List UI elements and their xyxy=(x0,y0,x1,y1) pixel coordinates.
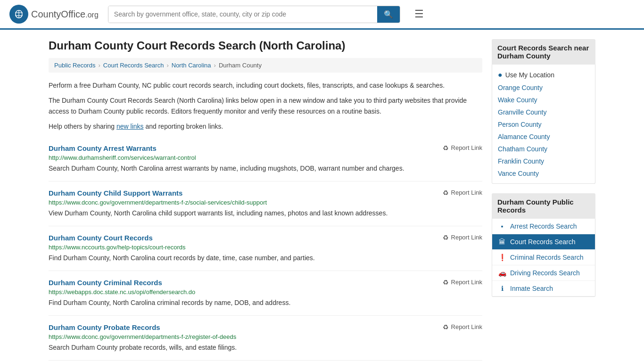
report-label: Report Link xyxy=(451,189,482,196)
public-records-section: Durham County Public Records ▪Arrest Rec… xyxy=(492,193,595,297)
public-record-link[interactable]: ❗Criminal Records Search xyxy=(492,250,595,265)
report-label: Report Link xyxy=(451,144,482,151)
search-input[interactable] xyxy=(108,6,377,23)
record-title[interactable]: Durham County Arrest Warrants xyxy=(49,144,157,152)
record-desc: Find Durham County, North Carolina court… xyxy=(49,253,482,263)
nearby-counties: Orange CountyWake CountyGranville County… xyxy=(492,82,595,180)
site-header: CountyOffice.org 🔍 ☰ xyxy=(0,0,644,30)
rec-label: Driving Records Search xyxy=(510,269,580,277)
use-location-link[interactable]: ● Use My Location xyxy=(492,68,595,82)
record-url: https://www.dconc.gov/government/departm… xyxy=(49,199,482,206)
description-3: Help others by sharing new links and rep… xyxy=(49,121,482,132)
public-records-list: ▪Arrest Records Search🏛Court Records Sea… xyxy=(492,219,595,297)
record-desc: Search Durham County probate records, wi… xyxy=(49,343,482,353)
report-link[interactable]: ♻ Report Link xyxy=(443,189,482,197)
sidebar: Court Records Search near Durham County … xyxy=(492,39,595,361)
report-icon: ♻ xyxy=(443,323,449,331)
record-desc: View Durham County, North Carolina child… xyxy=(49,208,482,218)
breadcrumb-court-records[interactable]: Court Records Search xyxy=(103,62,164,69)
rec-label: Inmate Search xyxy=(510,285,553,292)
record-item: Durham County Child Support Warrants ♻ R… xyxy=(49,181,482,226)
nearby-county-link[interactable]: Alamance County xyxy=(492,131,595,143)
nearby-county-link[interactable]: Chatham County xyxy=(492,143,595,155)
page-title: Durham County Court Records Search (Nort… xyxy=(49,39,482,52)
rec-label: Court Records Search xyxy=(510,238,576,246)
rec-icon: ℹ xyxy=(498,285,506,292)
record-url: https://www.dconc.gov/government/departm… xyxy=(49,333,482,340)
search-icon: 🔍 xyxy=(384,10,393,18)
rec-icon: 🏛 xyxy=(498,238,506,246)
record-item: Durham County Arrest Warrants ♻ Report L… xyxy=(49,137,482,181)
breadcrumb: Public Records › Court Records Search › … xyxy=(49,58,482,73)
nearby-county-link[interactable]: Granville County xyxy=(492,106,595,118)
nearby-county-link[interactable]: Wake County xyxy=(492,94,595,106)
record-desc: Find Durham County, North Carolina crimi… xyxy=(49,298,482,308)
record-title[interactable]: Durham County Probate Records xyxy=(49,323,160,331)
nearby-county-link[interactable]: Vance County xyxy=(492,167,595,180)
records-list: Durham County Arrest Warrants ♻ Report L… xyxy=(49,137,482,361)
public-record-link[interactable]: ▪Arrest Records Search xyxy=(492,219,595,234)
search-bar: 🔍 xyxy=(108,6,400,23)
record-item: Durham County Criminal Records ♻ Report … xyxy=(49,271,482,316)
rec-icon: 🚗 xyxy=(498,269,506,277)
nearby-county-link[interactable]: Person County xyxy=(492,118,595,131)
nearby-county-link[interactable]: Franklin County xyxy=(492,155,595,167)
record-header: Durham County Court Records ♻ Report Lin… xyxy=(49,234,482,242)
report-label: Report Link xyxy=(451,323,482,330)
nearby-list: ● Use My Location Orange CountyWake Coun… xyxy=(492,65,595,184)
main-container: Durham County Court Records Search (Nort… xyxy=(39,30,605,362)
logo-icon xyxy=(9,5,28,24)
nearby-section: Court Records Search near Durham County … xyxy=(492,39,595,184)
record-title[interactable]: Durham County Court Records xyxy=(49,234,153,242)
rec-label: Criminal Records Search xyxy=(510,254,584,261)
breadcrumb-durham-county: Durham County xyxy=(219,62,262,69)
public-record-link[interactable]: 🏛Court Records Search xyxy=(492,234,595,250)
use-location-label: Use My Location xyxy=(505,71,554,79)
nearby-title: Court Records Search near Durham County xyxy=(492,39,595,65)
record-header: Durham County Criminal Records ♻ Report … xyxy=(49,279,482,287)
logo-text: CountyOffice.org xyxy=(31,9,99,20)
record-header: Durham County Child Support Warrants ♻ R… xyxy=(49,189,482,197)
rec-icon: ❗ xyxy=(498,254,506,261)
record-header: Durham County Arrest Warrants ♻ Report L… xyxy=(49,144,482,152)
record-url: https://www.nccourts.gov/help-topics/cou… xyxy=(49,244,482,251)
new-links-link[interactable]: new links xyxy=(116,123,144,130)
breadcrumb-sep-1: › xyxy=(98,62,100,69)
report-icon: ♻ xyxy=(443,234,449,241)
content-area: Durham County Court Records Search (Nort… xyxy=(49,39,482,361)
report-icon: ♻ xyxy=(443,144,449,152)
record-header: Durham County Probate Records ♻ Report L… xyxy=(49,323,482,331)
report-link[interactable]: ♻ Report Link xyxy=(443,279,482,286)
record-title[interactable]: Durham County Criminal Records xyxy=(49,279,162,287)
record-url: http://www.durhamsheriff.com/services/wa… xyxy=(49,154,482,161)
report-label: Report Link xyxy=(451,234,482,241)
search-button[interactable]: 🔍 xyxy=(377,6,400,23)
public-record-link[interactable]: 🚗Driving Records Search xyxy=(492,265,595,281)
record-desc: Search Durham County, North Carolina arr… xyxy=(49,164,482,173)
record-item: Durham County Court Records ♻ Report Lin… xyxy=(49,226,482,271)
record-item: Durham County Probate Records ♻ Report L… xyxy=(49,316,482,361)
rec-icon: ▪ xyxy=(498,222,506,230)
report-icon: ♻ xyxy=(443,279,449,286)
report-label: Report Link xyxy=(451,279,482,286)
report-link[interactable]: ♻ Report Link xyxy=(443,144,482,152)
description-2: The Durham County Court Records Search (… xyxy=(49,95,482,116)
site-logo[interactable]: CountyOffice.org xyxy=(9,5,99,24)
breadcrumb-sep-2: › xyxy=(166,62,168,69)
location-icon: ● xyxy=(498,71,503,79)
record-url: https://webapps.doc.state.nc.us/opi/offe… xyxy=(49,288,482,296)
report-link[interactable]: ♻ Report Link xyxy=(443,323,482,331)
menu-icon[interactable]: ☰ xyxy=(414,8,424,20)
nearby-county-link[interactable]: Orange County xyxy=(492,82,595,94)
report-icon: ♻ xyxy=(443,189,449,197)
report-link[interactable]: ♻ Report Link xyxy=(443,234,482,241)
breadcrumb-public-records[interactable]: Public Records xyxy=(54,62,95,69)
public-records-title: Durham County Public Records xyxy=(492,193,595,219)
breadcrumb-sep-3: › xyxy=(214,62,216,69)
description-1: Perform a free Durham County, NC public … xyxy=(49,80,482,90)
record-title[interactable]: Durham County Child Support Warrants xyxy=(49,189,182,197)
public-record-link[interactable]: ℹInmate Search xyxy=(492,281,595,296)
rec-label: Arrest Records Search xyxy=(510,222,577,230)
breadcrumb-north-carolina[interactable]: North Carolina xyxy=(172,62,211,69)
